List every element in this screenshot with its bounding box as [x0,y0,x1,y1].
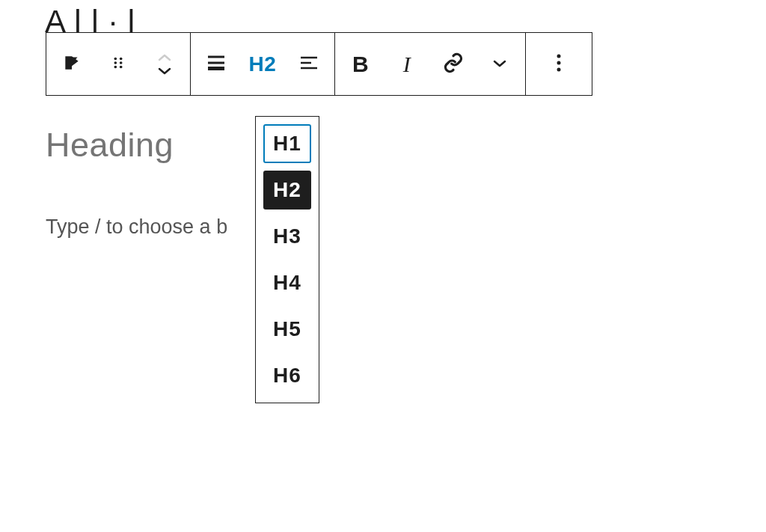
toolbar-group-more [526,33,592,95]
drag-handle-button[interactable] [102,48,135,81]
align-icon [206,54,226,75]
move-up-down[interactable] [148,48,181,81]
heading-option-h2[interactable]: H2 [263,171,311,210]
more-options-button[interactable] [542,48,575,81]
italic-icon: I [403,52,411,77]
heading-option-h6[interactable]: H6 [263,356,311,395]
heading-block-placeholder[interactable]: Heading [46,126,227,165]
more-vertical-icon [556,53,562,76]
svg-point-3 [120,61,123,64]
block-toolbar: H2 B I [46,32,592,96]
svg-point-0 [114,57,117,60]
text-align-left-icon [299,55,319,73]
heading-block-icon [62,53,82,76]
chevron-down-icon [492,58,507,71]
svg-point-13 [557,61,561,64]
block-type-button[interactable] [55,48,88,81]
svg-point-14 [557,67,561,71]
more-format-button[interactable] [483,48,516,81]
svg-point-4 [114,65,117,68]
svg-point-1 [120,57,123,60]
heading-option-h4[interactable]: H4 [263,263,311,302]
svg-point-12 [557,54,561,58]
toolbar-group-heading: H2 [191,33,335,95]
move-arrows-icon [158,54,171,75]
heading-option-h5[interactable]: H5 [263,310,311,349]
heading-option-h1[interactable]: H1 [263,124,311,163]
svg-rect-8 [208,67,224,70]
bold-icon: B [352,52,369,77]
content-area: Heading Type / to choose a b [46,126,227,239]
toolbar-group-block [46,33,191,95]
link-button[interactable] [437,48,470,81]
svg-point-5 [120,65,123,68]
toolbar-group-format: B I [335,33,526,95]
svg-point-2 [114,61,117,64]
bold-button[interactable]: B [344,48,377,81]
link-icon [443,52,464,76]
drag-handle-icon [110,55,126,74]
heading-level-dropdown: H1H2H3H4H5H6 [255,116,319,403]
heading-option-h3[interactable]: H3 [263,217,311,256]
paragraph-block-placeholder[interactable]: Type / to choose a b [46,215,227,239]
italic-button[interactable]: I [390,48,423,81]
heading-level-button[interactable]: H2 [246,48,279,81]
heading-level-label: H2 [249,52,277,76]
align-button[interactable] [200,48,233,81]
text-align-button[interactable] [292,48,325,81]
